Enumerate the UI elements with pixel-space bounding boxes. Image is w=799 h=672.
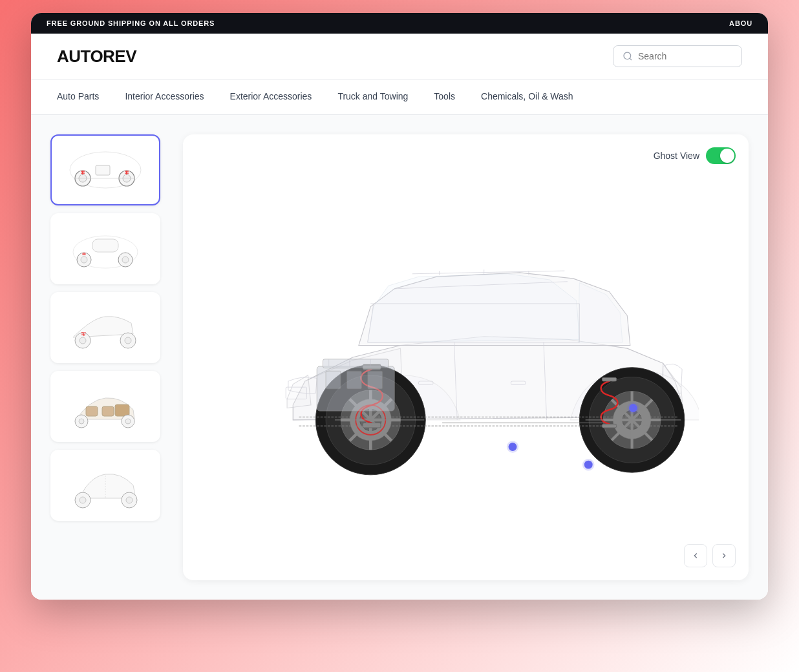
announcement-right: ABOU — [729, 19, 752, 27]
toggle-knob — [720, 149, 734, 163]
nav-item-exterior[interactable]: Exterior Accessories — [230, 79, 312, 114]
svg-rect-19 — [92, 239, 118, 252]
svg-point-38 — [80, 497, 86, 503]
svg-line-45 — [412, 271, 564, 274]
main-content: Ghost View .car-body { fill: rgba(240,24… — [31, 115, 768, 600]
car-svg: .car-body { fill: rgba(240,240,245,0.55)… — [233, 176, 699, 538]
nav-item-auto-parts[interactable]: Auto Parts — [57, 79, 99, 114]
announcement-text: FREE GROUND SHIPPING ON ALL ORDERS — [47, 19, 215, 27]
nav-item-chemicals[interactable]: Chemicals, Oil & Wash — [481, 79, 573, 114]
nav-item-truck[interactable]: Truck and Towing — [337, 79, 408, 114]
svg-point-24 — [80, 337, 86, 344]
thumbnail-4[interactable] — [50, 371, 160, 442]
nav-item-tools[interactable]: Tools — [434, 79, 455, 114]
thumbnail-3[interactable] — [50, 292, 160, 363]
svg-rect-71 — [363, 423, 381, 428]
ghost-view-label: Ghost View — [654, 151, 699, 161]
header: AUTOREV — [31, 34, 768, 79]
svg-rect-75 — [323, 359, 389, 368]
svg-point-88 — [584, 461, 592, 469]
thumbnail-2[interactable] — [50, 213, 160, 284]
svg-rect-30 — [86, 406, 98, 416]
prev-arrow[interactable] — [684, 544, 707, 567]
svg-point-26 — [125, 337, 131, 344]
svg-rect-32 — [115, 404, 129, 416]
nav-bar: Auto Parts Interior Accessories Exterior… — [31, 79, 768, 115]
svg-point-16 — [81, 257, 87, 263]
car-container: .car-body { fill: rgba(240,240,245,0.55)… — [183, 134, 749, 580]
main-view: Ghost View .car-body { fill: rgba(240,24… — [183, 134, 749, 580]
svg-point-86 — [508, 443, 517, 451]
svg-point-90 — [629, 404, 637, 412]
next-arrow[interactable] — [712, 544, 736, 567]
thumbnails-column — [50, 134, 170, 580]
svg-rect-77 — [346, 371, 361, 389]
ghost-view-toggle: Ghost View — [654, 147, 736, 164]
svg-point-40 — [126, 497, 133, 503]
svg-rect-31 — [102, 406, 114, 416]
svg-point-34 — [79, 419, 84, 424]
svg-point-18 — [122, 257, 129, 263]
svg-rect-76 — [326, 371, 341, 389]
browser-window: FREE GROUND SHIPPING ON ALL ORDERS ABOU … — [31, 13, 768, 600]
logo[interactable]: AUTOREV — [57, 47, 136, 67]
thumbnail-5[interactable] — [50, 450, 160, 521]
svg-rect-72 — [602, 377, 616, 381]
nav-arrows — [684, 544, 736, 567]
announcement-bar: FREE GROUND SHIPPING ON ALL ORDERS ABOU — [31, 13, 768, 34]
thumbnail-1[interactable] — [50, 134, 160, 205]
search-box[interactable] — [613, 45, 742, 67]
svg-point-36 — [125, 419, 131, 424]
search-icon — [623, 51, 633, 61]
svg-point-0 — [624, 52, 631, 59]
svg-rect-13 — [96, 165, 110, 175]
search-input[interactable] — [638, 51, 732, 61]
toggle-switch[interactable] — [706, 147, 736, 164]
nav-item-interior[interactable]: Interior Accessories — [125, 79, 204, 114]
svg-rect-78 — [367, 371, 382, 389]
